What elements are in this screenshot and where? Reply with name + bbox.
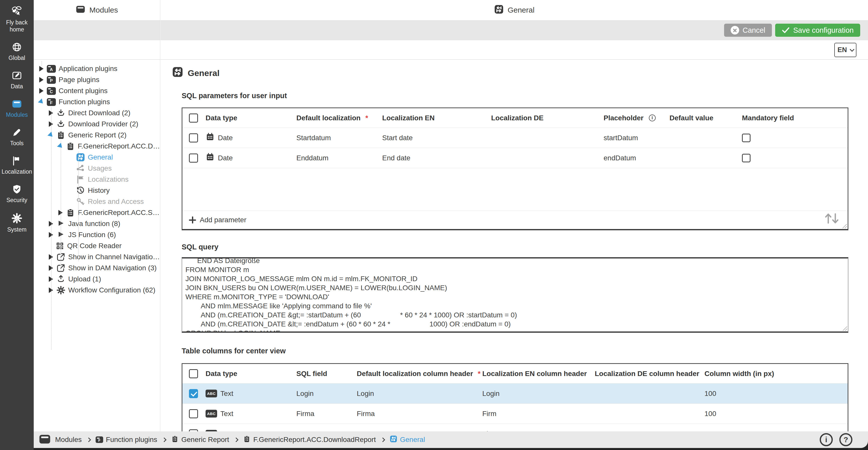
row-checkbox[interactable] [189,133,198,143]
sidebar-item-data[interactable]: Data [0,70,34,90]
bottom-bar-right: i ? [820,433,868,446]
tree-item-history[interactable]: History [34,185,160,196]
download-icon [56,120,65,129]
data-card-icon [12,70,22,81]
expand-arrow-icon[interactable] [39,88,43,94]
sidebar-item-label: Fly back home [0,19,34,33]
info-icon[interactable]: i [820,433,833,446]
tree-guide [78,152,79,261]
tree-item-content-plugins[interactable]: C Content plugins [34,85,160,96]
modules-drawer-icon [39,433,51,446]
sidebar-item-security[interactable]: Security [0,184,34,204]
sidebar-item-system[interactable]: System [0,213,34,233]
row-checkbox[interactable] [189,409,198,418]
date-icon [206,152,215,163]
tree-item-download-provider[interactable]: Download Provider (2) [34,119,160,130]
tree-item-java-function[interactable]: Java function (8) [34,218,160,229]
table-header-row: Data type SQL field Default localization… [182,364,848,384]
sql-query-textarea[interactable]: END AS Dateigröße FROM MONITOR m JOIN MO… [182,257,848,333]
resize-handle-icon[interactable] [840,324,847,331]
sidebar-item-label: Security [6,197,27,204]
clipboard-icon [66,142,75,151]
sidebar-item-label: System [7,226,27,233]
mandatory-checkbox[interactable] [742,154,750,162]
column-header: Localization DE column header [595,370,705,378]
chevron-right-icon [162,438,166,442]
column-header: Default localization column header* [357,370,482,378]
gear-wrench-icon [11,213,22,224]
tree-item-roles-and-access[interactable]: Roles and Access [34,196,160,207]
table-row[interactable]: ABCText Vorname Vorname First name 80 [182,424,848,431]
table-row[interactable]: ABCText Firma Firma Firm 100 [182,404,848,424]
tree-item-workflow-configuration[interactable]: Workflow Configuration (62) [34,284,160,296]
tree-item-direct-download[interactable]: Direct Download (2) [34,108,160,119]
select-all-checkbox[interactable] [189,369,198,378]
table-row[interactable]: Date Enddatum End date endDatum [182,148,848,168]
sidebar-item-label: Global [8,54,25,61]
tree-item-function-plugins[interactable]: F Function plugins [34,96,160,108]
main-content: General Cancel Save configuration EN [160,0,868,450]
tree-item-localizations[interactable]: Localizations [34,174,160,185]
params-table-label: SQL parameters for user input [182,92,848,100]
general-swap-icon [494,4,504,16]
date-icon [206,132,215,143]
column-header: SQL field [297,370,357,378]
sidebar-item-localization[interactable]: Localization [0,156,34,175]
sidebar-item-global[interactable]: Global [0,42,34,61]
row-checkbox[interactable] [189,429,198,431]
column-header: Data type [206,370,297,378]
collapse-arrow-icon[interactable] [57,143,64,150]
general-swap-icon [390,435,397,445]
expand-arrow-icon[interactable] [39,77,43,83]
sidebar-item-modules[interactable]: Modules [0,99,34,118]
tree-item-page-plugins[interactable]: P Page plugins [34,74,160,85]
sidebar-item-label: Modules [6,111,28,118]
breadcrumb-item-general[interactable]: General [390,435,425,445]
tree-item-generic-report-synch[interactable]: F.GenericReport.ACC.Synch.. [34,207,160,218]
tree-panel-substrip [34,40,160,60]
mandatory-checkbox[interactable] [742,133,750,142]
tree-item-generic-report[interactable]: Generic Report (2) [34,130,160,141]
tree-item-show-in-channel-navigation[interactable]: Show in Channel Navigation (1) [34,251,160,263]
breadcrumb-item-generic-report[interactable]: Generic Report [171,435,229,445]
tree-item-show-in-dam-navigation[interactable]: Show in DAM Navigation (3) [34,263,160,274]
tree-item-application-plugins[interactable]: A Application plugins [34,63,160,74]
save-configuration-button[interactable]: Save configuration [775,24,860,37]
tree-item-upload[interactable]: Upload (1) [34,274,160,284]
gear-icon [56,286,65,295]
tree-item-general[interactable]: General [34,152,160,163]
select-all-checkbox[interactable] [189,114,198,123]
expand-arrow-icon[interactable] [39,66,43,71]
tree-item-qr-code-reader[interactable]: QR Code Reader [34,240,160,251]
collapse-arrow-icon[interactable] [48,131,55,139]
history-icon [76,186,85,195]
sidebar-item-tools[interactable]: Tools [0,127,34,147]
collapse-arrow-icon[interactable] [38,98,45,106]
action-toolbar: Cancel Save configuration [160,20,868,40]
breadcrumb-item-modules[interactable]: Modules [55,436,82,444]
tree-item-usages[interactable]: Usages [34,163,160,174]
table-header-row: Data type Default localization* Localiza… [182,108,848,128]
language-selector[interactable]: EN [834,43,857,57]
help-icon[interactable]: ? [839,433,852,446]
reorder-arrows[interactable] [822,212,842,225]
breadcrumb-item-download-report[interactable]: F.GenericReport.ACC.DownloadReport [243,435,376,445]
column-header: Localization DE [491,114,603,122]
cancel-button[interactable]: Cancel [724,24,772,37]
table-row[interactable]: Date Startdatum Start date startDatum [182,128,848,148]
row-checkbox[interactable] [189,153,198,162]
sql-parameters-table: Data type Default localization* Localiza… [182,108,848,230]
resize-handle-icon[interactable] [840,221,847,229]
app-window: Fly back home Global Data Modules Tools [0,0,868,450]
tree-item-generic-report-download[interactable]: F.GenericReport.ACC.Downl.. [34,141,160,152]
plus-icon [189,216,196,223]
config-scroll-area[interactable]: General SQL parameters for user input Da… [160,60,868,431]
info-icon[interactable]: i [649,115,656,121]
table-row-selected[interactable]: ABCText Login Login Login 100 [182,384,848,404]
sidebar-item-home[interactable]: Fly back home [0,5,34,33]
tree-item-js-function[interactable]: JS Function (6) [34,229,160,240]
tree-panel-title: Modules [34,0,160,20]
add-parameter-button[interactable]: Add parameter [182,211,848,229]
row-checkbox-checked[interactable] [189,389,198,398]
breadcrumb-item-function-plugins[interactable]: F Function plugins [96,436,157,444]
